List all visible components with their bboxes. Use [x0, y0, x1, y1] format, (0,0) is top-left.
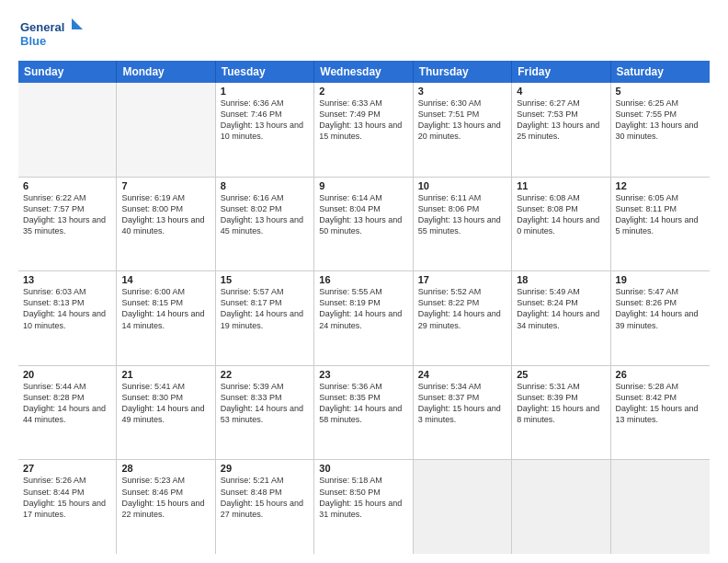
calendar-row: 6Sunrise: 6:22 AM Sunset: 7:57 PM Daylig… — [18, 178, 710, 272]
logo: General Blue — [18, 15, 83, 52]
day-info: Sunrise: 5:36 AM Sunset: 8:35 PM Dayligh… — [319, 381, 407, 426]
day-number: 7 — [121, 180, 210, 191]
calendar-cell: 30Sunrise: 5:18 AM Sunset: 8:50 PM Dayli… — [314, 460, 413, 554]
day-info: Sunrise: 5:44 AM Sunset: 8:28 PM Dayligh… — [23, 381, 111, 426]
calendar-cell: 10Sunrise: 6:11 AM Sunset: 8:06 PM Dayli… — [414, 178, 512, 271]
day-number: 29 — [221, 463, 309, 474]
day-number: 3 — [418, 86, 506, 97]
calendar-cell — [414, 460, 512, 554]
calendar-cell: 5Sunrise: 6:25 AM Sunset: 7:55 PM Daylig… — [611, 83, 710, 177]
calendar-cell — [117, 83, 215, 177]
day-number: 21 — [121, 369, 210, 380]
day-number: 25 — [517, 369, 605, 380]
day-info: Sunrise: 6:05 AM Sunset: 8:11 PM Dayligh… — [616, 192, 705, 237]
calendar-cell: 4Sunrise: 6:27 AM Sunset: 7:53 PM Daylig… — [512, 83, 610, 177]
day-info: Sunrise: 5:55 AM Sunset: 8:19 PM Dayligh… — [319, 286, 407, 331]
day-info: Sunrise: 5:23 AM Sunset: 8:46 PM Dayligh… — [121, 475, 210, 520]
calendar-header-cell: Thursday — [414, 61, 512, 83]
day-number: 4 — [517, 86, 605, 97]
calendar-cell: 6Sunrise: 6:22 AM Sunset: 7:57 PM Daylig… — [18, 178, 117, 271]
calendar-cell: 16Sunrise: 5:55 AM Sunset: 8:19 PM Dayli… — [314, 271, 413, 365]
day-number: 8 — [221, 180, 309, 191]
day-number: 2 — [319, 86, 407, 97]
calendar-cell: 26Sunrise: 5:28 AM Sunset: 8:42 PM Dayli… — [611, 366, 710, 460]
day-info: Sunrise: 6:22 AM Sunset: 7:57 PM Dayligh… — [23, 192, 111, 237]
day-info: Sunrise: 6:11 AM Sunset: 8:06 PM Dayligh… — [418, 192, 506, 237]
calendar: SundayMondayTuesdayWednesdayThursdayFrid… — [18, 61, 710, 554]
calendar-cell: 18Sunrise: 5:49 AM Sunset: 8:24 PM Dayli… — [512, 271, 610, 365]
day-info: Sunrise: 5:41 AM Sunset: 8:30 PM Dayligh… — [121, 381, 210, 426]
day-info: Sunrise: 5:21 AM Sunset: 8:48 PM Dayligh… — [221, 475, 309, 520]
calendar-cell: 2Sunrise: 6:33 AM Sunset: 7:49 PM Daylig… — [314, 83, 413, 177]
day-number: 6 — [23, 180, 111, 191]
calendar-cell: 29Sunrise: 5:21 AM Sunset: 8:48 PM Dayli… — [216, 460, 314, 554]
calendar-row: 13Sunrise: 6:03 AM Sunset: 8:13 PM Dayli… — [18, 271, 710, 366]
svg-text:Blue: Blue — [20, 34, 46, 48]
calendar-cell — [512, 460, 610, 554]
day-number: 1 — [221, 86, 309, 97]
day-number: 20 — [23, 369, 111, 380]
day-number: 18 — [517, 274, 605, 285]
calendar-header-cell: Sunday — [18, 61, 117, 83]
day-number: 11 — [517, 180, 605, 191]
day-info: Sunrise: 5:31 AM Sunset: 8:39 PM Dayligh… — [517, 381, 605, 426]
calendar-cell: 8Sunrise: 6:16 AM Sunset: 8:02 PM Daylig… — [216, 178, 314, 271]
day-info: Sunrise: 6:00 AM Sunset: 8:15 PM Dayligh… — [121, 286, 210, 331]
day-number: 9 — [319, 180, 407, 191]
day-info: Sunrise: 6:25 AM Sunset: 7:55 PM Dayligh… — [616, 98, 705, 143]
calendar-cell: 17Sunrise: 5:52 AM Sunset: 8:22 PM Dayli… — [414, 271, 512, 365]
day-number: 22 — [221, 369, 309, 380]
day-info: Sunrise: 5:28 AM Sunset: 8:42 PM Dayligh… — [616, 381, 705, 426]
calendar-cell — [18, 83, 117, 177]
day-number: 13 — [23, 274, 111, 285]
day-number: 14 — [121, 274, 210, 285]
day-info: Sunrise: 6:19 AM Sunset: 8:00 PM Dayligh… — [121, 192, 210, 237]
day-number: 15 — [221, 274, 309, 285]
calendar-cell: 11Sunrise: 6:08 AM Sunset: 8:08 PM Dayli… — [512, 178, 610, 271]
day-info: Sunrise: 5:34 AM Sunset: 8:37 PM Dayligh… — [418, 381, 506, 426]
day-number: 5 — [616, 86, 705, 97]
calendar-header-cell: Saturday — [611, 61, 710, 83]
calendar-header-cell: Tuesday — [216, 61, 314, 83]
calendar-cell: 9Sunrise: 6:14 AM Sunset: 8:04 PM Daylig… — [314, 178, 413, 271]
svg-text:General: General — [20, 20, 64, 34]
calendar-header-cell: Wednesday — [314, 61, 413, 83]
calendar-cell — [611, 460, 710, 554]
day-number: 28 — [121, 463, 210, 474]
day-info: Sunrise: 6:30 AM Sunset: 7:51 PM Dayligh… — [418, 98, 506, 143]
calendar-cell: 21Sunrise: 5:41 AM Sunset: 8:30 PM Dayli… — [117, 366, 215, 460]
calendar-cell: 7Sunrise: 6:19 AM Sunset: 8:00 PM Daylig… — [117, 178, 215, 271]
day-info: Sunrise: 6:08 AM Sunset: 8:08 PM Dayligh… — [517, 192, 605, 237]
calendar-header-cell: Monday — [117, 61, 215, 83]
day-number: 10 — [418, 180, 506, 191]
day-info: Sunrise: 5:57 AM Sunset: 8:17 PM Dayligh… — [221, 286, 309, 331]
day-info: Sunrise: 6:36 AM Sunset: 7:46 PM Dayligh… — [221, 98, 309, 143]
calendar-cell: 28Sunrise: 5:23 AM Sunset: 8:46 PM Dayli… — [117, 460, 215, 554]
day-number: 17 — [418, 274, 506, 285]
svg-marker-2 — [72, 18, 83, 29]
day-number: 24 — [418, 369, 506, 380]
day-info: Sunrise: 6:33 AM Sunset: 7:49 PM Dayligh… — [319, 98, 407, 143]
calendar-cell: 24Sunrise: 5:34 AM Sunset: 8:37 PM Dayli… — [414, 366, 512, 460]
day-info: Sunrise: 6:14 AM Sunset: 8:04 PM Dayligh… — [319, 192, 407, 237]
day-info: Sunrise: 5:49 AM Sunset: 8:24 PM Dayligh… — [517, 286, 605, 331]
calendar-row: 20Sunrise: 5:44 AM Sunset: 8:28 PM Dayli… — [18, 366, 710, 461]
logo-svg: General Blue — [18, 15, 83, 52]
day-info: Sunrise: 5:52 AM Sunset: 8:22 PM Dayligh… — [418, 286, 506, 331]
day-number: 16 — [319, 274, 407, 285]
calendar-cell: 25Sunrise: 5:31 AM Sunset: 8:39 PM Dayli… — [512, 366, 610, 460]
day-info: Sunrise: 5:47 AM Sunset: 8:26 PM Dayligh… — [616, 286, 705, 331]
day-number: 30 — [319, 463, 407, 474]
calendar-cell: 3Sunrise: 6:30 AM Sunset: 7:51 PM Daylig… — [414, 83, 512, 177]
calendar-cell: 23Sunrise: 5:36 AM Sunset: 8:35 PM Dayli… — [314, 366, 413, 460]
day-number: 27 — [23, 463, 111, 474]
day-number: 23 — [319, 369, 407, 380]
calendar-cell: 12Sunrise: 6:05 AM Sunset: 8:11 PM Dayli… — [611, 178, 710, 271]
day-info: Sunrise: 6:27 AM Sunset: 7:53 PM Dayligh… — [517, 98, 605, 143]
calendar-body: 1Sunrise: 6:36 AM Sunset: 7:46 PM Daylig… — [18, 83, 710, 554]
calendar-cell: 13Sunrise: 6:03 AM Sunset: 8:13 PM Dayli… — [18, 271, 117, 365]
calendar-cell: 22Sunrise: 5:39 AM Sunset: 8:33 PM Dayli… — [216, 366, 314, 460]
calendar-header-cell: Friday — [512, 61, 610, 83]
calendar-row: 1Sunrise: 6:36 AM Sunset: 7:46 PM Daylig… — [18, 83, 710, 178]
day-info: Sunrise: 5:39 AM Sunset: 8:33 PM Dayligh… — [221, 381, 309, 426]
